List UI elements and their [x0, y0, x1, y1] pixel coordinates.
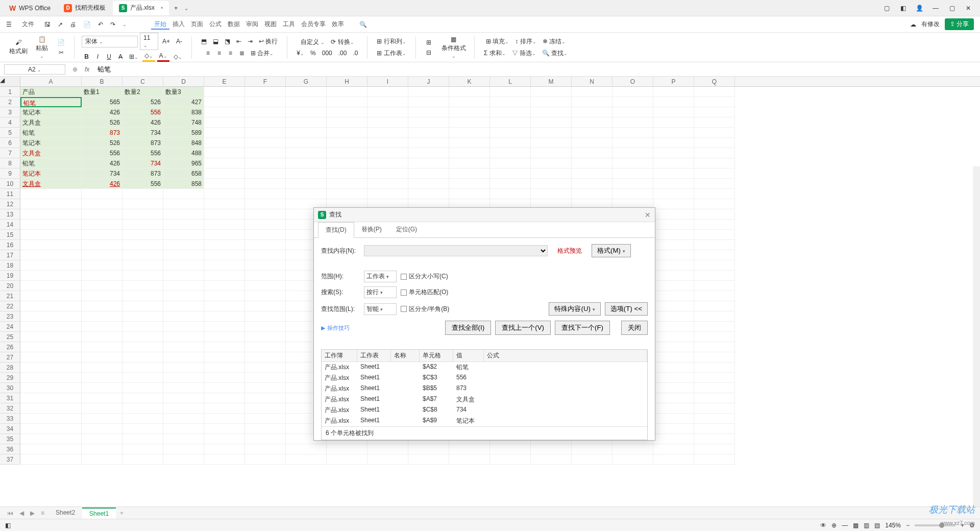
- cell-H1[interactable]: [327, 87, 368, 97]
- cell-D30[interactable]: [163, 383, 204, 393]
- cell-L36[interactable]: [490, 444, 531, 454]
- cell-D33[interactable]: [163, 414, 204, 424]
- result-row[interactable]: 产品.xlsxSheet1$A$9笔记本: [322, 416, 647, 426]
- cell-Q26[interactable]: [694, 342, 735, 352]
- cell-G8[interactable]: [286, 158, 327, 168]
- cell-O36[interactable]: [612, 444, 653, 454]
- row-header[interactable]: 12: [0, 199, 20, 209]
- percent-icon[interactable]: %: [308, 49, 318, 58]
- cell-M5[interactable]: [531, 128, 572, 138]
- cell-P8[interactable]: [653, 158, 694, 168]
- cell-C36[interactable]: [122, 444, 163, 454]
- row-header[interactable]: 21: [0, 291, 20, 301]
- cell-O2[interactable]: [612, 97, 653, 107]
- col-formula[interactable]: 公式: [484, 350, 647, 361]
- tab-template[interactable]: D 找稻壳模板: [58, 1, 112, 15]
- cell-C25[interactable]: [122, 332, 163, 342]
- cell-D8[interactable]: 965: [163, 158, 204, 168]
- cell-K9[interactable]: [449, 168, 490, 179]
- zoom-value[interactable]: 145%: [885, 522, 901, 529]
- cell-C3[interactable]: 556: [122, 107, 163, 117]
- cell-A1[interactable]: 产品: [20, 87, 82, 97]
- cell-E7[interactable]: [204, 148, 245, 158]
- row-header[interactable]: 31: [0, 393, 20, 403]
- cell-F36[interactable]: [245, 444, 286, 454]
- cell-H6[interactable]: [327, 138, 368, 148]
- result-row[interactable]: 产品.xlsxSheet1$C$8734: [322, 405, 647, 416]
- menu-数据[interactable]: 数据: [225, 18, 243, 30]
- whole-checkbox[interactable]: 单元格匹配(O): [401, 288, 448, 297]
- cell-P14[interactable]: [653, 220, 694, 230]
- cell-F7[interactable]: [245, 148, 286, 158]
- cell-D15[interactable]: [163, 230, 204, 240]
- search-icon[interactable]: 🔍: [359, 21, 367, 28]
- cell-J10[interactable]: [408, 179, 449, 189]
- cell-K4[interactable]: [449, 117, 490, 128]
- sheet-nav-first-icon[interactable]: ⏮: [5, 510, 15, 517]
- cell-F13[interactable]: [245, 209, 286, 220]
- row-header[interactable]: 14: [0, 220, 20, 230]
- cell-H11[interactable]: [327, 189, 368, 199]
- cell-M7[interactable]: [531, 148, 572, 158]
- cell-I4[interactable]: [368, 117, 408, 128]
- row-header[interactable]: 33: [0, 414, 20, 424]
- cell-A14[interactable]: [20, 220, 82, 230]
- cell-A8[interactable]: 铅笔: [20, 158, 82, 168]
- cell-M3[interactable]: [531, 107, 572, 117]
- options-button[interactable]: 选项(T) <<: [605, 302, 648, 316]
- cell-D6[interactable]: 848: [163, 138, 204, 148]
- cell-P31[interactable]: [653, 393, 694, 403]
- cell-E20[interactable]: [204, 281, 245, 291]
- cell-N9[interactable]: [572, 168, 612, 179]
- row-header[interactable]: 25: [0, 332, 20, 342]
- cell-C10[interactable]: 556: [122, 179, 163, 189]
- cell-E3[interactable]: [204, 107, 245, 117]
- cell-F4[interactable]: [245, 117, 286, 128]
- cell-K8[interactable]: [449, 158, 490, 168]
- row-header[interactable]: 20: [0, 281, 20, 291]
- cell-C14[interactable]: [122, 220, 163, 230]
- cell-C13[interactable]: [122, 209, 163, 220]
- col-header-P[interactable]: P: [653, 77, 694, 86]
- cell-E30[interactable]: [204, 383, 245, 393]
- col-name[interactable]: 名称: [391, 350, 420, 361]
- cell-F23[interactable]: [245, 311, 286, 322]
- cell-B22[interactable]: [82, 301, 122, 311]
- add-sheet-button[interactable]: +: [118, 510, 126, 517]
- row-header[interactable]: 1: [0, 87, 20, 97]
- cell-Q17[interactable]: [694, 250, 735, 260]
- vertical-scrollbar[interactable]: [973, 166, 980, 518]
- cell-H5[interactable]: [327, 128, 368, 138]
- cell-P37[interactable]: [653, 454, 694, 465]
- cell-C7[interactable]: 556: [122, 148, 163, 158]
- find-button[interactable]: 🔍 查找⌄: [540, 48, 570, 59]
- cell-J37[interactable]: [408, 454, 449, 465]
- cell-P29[interactable]: [653, 373, 694, 383]
- cell-A20[interactable]: [20, 281, 82, 291]
- italic-button[interactable]: I: [93, 52, 103, 61]
- cell-D28[interactable]: [163, 363, 204, 373]
- cell-P20[interactable]: [653, 281, 694, 291]
- cell-B16[interactable]: [82, 240, 122, 250]
- cell-C29[interactable]: [122, 373, 163, 383]
- cell-A2[interactable]: 铅笔: [20, 97, 82, 107]
- find-content-input[interactable]: [364, 245, 548, 256]
- find-next-button[interactable]: 查找下一个(F): [555, 321, 610, 335]
- cell-F19[interactable]: [245, 271, 286, 281]
- cell-K6[interactable]: [449, 138, 490, 148]
- cell-O37[interactable]: [612, 454, 653, 465]
- col-header-C[interactable]: C: [122, 77, 163, 86]
- row-header[interactable]: 30: [0, 383, 20, 393]
- cell-N10[interactable]: [572, 179, 612, 189]
- cut-icon[interactable]: ✂: [57, 48, 66, 57]
- cell-B10[interactable]: 426: [82, 179, 122, 189]
- align-right-icon[interactable]: ≡: [226, 49, 235, 58]
- cell-F14[interactable]: [245, 220, 286, 230]
- cell-A30[interactable]: [20, 383, 82, 393]
- cell-B17[interactable]: [82, 250, 122, 260]
- cell-H3[interactable]: [327, 107, 368, 117]
- cell-P12[interactable]: [653, 199, 694, 209]
- cell-E22[interactable]: [204, 301, 245, 311]
- cell-D9[interactable]: 658: [163, 168, 204, 179]
- cell-E27[interactable]: [204, 352, 245, 363]
